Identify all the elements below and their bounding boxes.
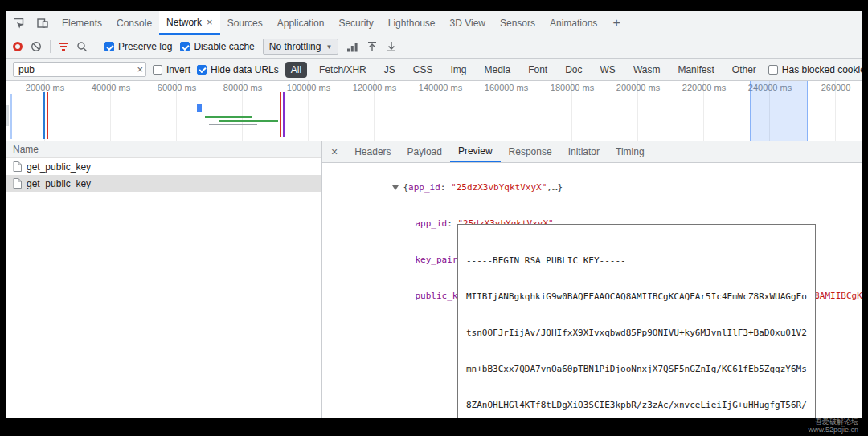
clear-network-log-icon[interactable] [31, 41, 42, 52]
has-blocked-cookies-checkbox[interactable]: Has blocked cookies [768, 64, 862, 75]
record-network-log-button[interactable] [13, 42, 23, 51]
filter-input[interactable] [13, 62, 146, 77]
type-filter-other[interactable]: Other [727, 62, 762, 78]
json-value: "25dzX3vbYqktVxyX" [451, 182, 547, 193]
tab-console[interactable]: Console [109, 11, 159, 35]
timeline-tick: 80000 ms [242, 81, 243, 141]
network-content: Name get_public_key get_public_key × Hea… [6, 141, 862, 418]
throttling-value: No throttling [269, 41, 321, 52]
invert-checkbox[interactable]: Invert [153, 64, 190, 75]
tab-label: Security [338, 18, 373, 29]
tooltip-line: -----BEGIN RSA PUBLIC KEY----- [466, 255, 807, 267]
tab-label: Application [277, 18, 325, 29]
expand-triangle-icon[interactable] [392, 185, 399, 190]
throttling-select[interactable]: No throttling ▼ [263, 39, 339, 55]
request-name: get_public_key [27, 178, 91, 189]
tab-label: Console [117, 18, 152, 29]
import-har-icon[interactable] [366, 41, 378, 52]
waterfall-activity-bar [219, 120, 278, 122]
timeline-selection-region[interactable] [750, 81, 808, 141]
json-root-node[interactable]: {app_id: "25dzX3vbYqktVxyX",…} [322, 169, 862, 206]
checkbox-checked [180, 42, 190, 51]
tab-preview[interactable]: Preview [450, 141, 501, 162]
devtools-tab-bar: Elements Console Network × Sources Appli… [6, 11, 862, 35]
export-har-icon[interactable] [386, 41, 397, 52]
devtools-window: Elements Console Network × Sources Appli… [6, 11, 862, 418]
hide-data-urls-checkbox[interactable]: Hide data URLs [197, 64, 279, 75]
watermark-line: www.52pojie.cn [808, 426, 858, 434]
type-filter-manifest[interactable]: Manifest [672, 62, 719, 78]
type-filter-ws[interactable]: WS [595, 62, 621, 78]
tab-label: 3D View [450, 18, 485, 29]
search-icon[interactable] [76, 41, 88, 52]
type-filter-js[interactable]: JS [379, 62, 401, 78]
preserve-log-label: Preserve log [118, 41, 172, 52]
tab-application[interactable]: Application [270, 11, 332, 35]
network-conditions-icon[interactable] [346, 42, 358, 52]
timeline-tick: 260000 [835, 81, 836, 141]
watermark-line: 吾爱破解论坛 [808, 418, 858, 426]
tab-label: Lighthouse [388, 18, 436, 29]
close-tab-icon[interactable]: × [207, 16, 213, 28]
name-column-header[interactable]: Name [6, 141, 321, 158]
waterfall-activity-bar [205, 116, 252, 118]
type-filter-wasm[interactable]: Wasm [628, 62, 666, 78]
tab-headers[interactable]: Headers [346, 141, 399, 162]
filter-toggle-icon[interactable] [59, 43, 68, 51]
more-tabs-button[interactable]: + [604, 11, 628, 35]
type-filter-fetch-xhr[interactable]: Fetch/XHR [313, 62, 372, 78]
chevron-down-icon: ▼ [326, 43, 332, 51]
tab-lighthouse[interactable]: Lighthouse [381, 11, 443, 35]
type-filter-media[interactable]: Media [478, 62, 516, 78]
tab-elements[interactable]: Elements [55, 11, 109, 35]
requests-pane: Name get_public_key get_public_key [6, 141, 322, 418]
details-tab-bar: × Headers Payload Preview Response Initi… [322, 141, 862, 163]
request-name: get_public_key [27, 161, 91, 173]
inspect-element-icon[interactable] [6, 11, 31, 35]
clear-filter-icon[interactable]: × [137, 63, 143, 75]
type-filter-css[interactable]: CSS [407, 62, 439, 78]
type-filter-font[interactable]: Font [522, 62, 553, 78]
waterfall-activity-bar [283, 92, 285, 137]
tab-sources[interactable]: Sources [220, 11, 270, 35]
timeline-tick: 220000 ms [703, 81, 704, 141]
request-row[interactable]: get_public_key [6, 158, 321, 175]
tab-sensors[interactable]: Sensors [493, 11, 542, 35]
checkbox-unchecked [768, 65, 778, 75]
timeline-tick: 100000 ms [308, 81, 309, 141]
disable-cache-checkbox[interactable]: Disable cache [180, 41, 254, 52]
type-filter-doc[interactable]: Doc [559, 62, 588, 78]
json-key: app_id [415, 218, 447, 229]
checkbox-unchecked [153, 65, 162, 75]
checkbox-checked [197, 65, 207, 75]
timeline-tick: 60000 ms [176, 81, 177, 141]
type-filter-all[interactable]: All [285, 62, 307, 78]
request-row-selected[interactable]: get_public_key [6, 175, 321, 192]
filter-input-wrap: × [13, 62, 146, 77]
tab-label: Sensors [500, 18, 535, 29]
close-details-icon[interactable]: × [322, 141, 346, 162]
tab-initiator[interactable]: Initiator [560, 141, 608, 162]
tab-payload[interactable]: Payload [399, 141, 450, 162]
type-filter-img[interactable]: Img [444, 62, 472, 78]
tab-label: Network [166, 17, 202, 28]
tab-label: Elements [62, 18, 102, 29]
load-event-marker [280, 92, 281, 137]
preview-panel: {app_id: "25dzX3vbYqktVxyX",…} app_id: "… [322, 163, 862, 418]
network-overview-timeline[interactable]: 20000 ms 40000 ms 60000 ms 80000 ms 1000… [6, 81, 862, 141]
device-toolbar-icon[interactable] [31, 11, 55, 35]
tab-3d-view[interactable]: 3D View [443, 11, 493, 35]
document-icon [13, 178, 22, 189]
tooltip-line: tsn0OFJrIijAv/JQHIfxX9XIvxqbwd85Pp9ONIVU… [466, 327, 807, 339]
tab-timing[interactable]: Timing [608, 141, 653, 162]
tab-security[interactable]: Security [331, 11, 380, 35]
hide-data-urls-label: Hide data URLs [211, 64, 279, 75]
tab-network[interactable]: Network × [159, 11, 220, 35]
tab-response[interactable]: Response [501, 141, 560, 162]
preserve-log-checkbox[interactable]: Preserve log [104, 41, 172, 52]
network-filter-bar: × Invert Hide data URLs All Fetch/XHR JS… [6, 59, 862, 81]
colon: : [447, 218, 457, 229]
tab-animations[interactable]: Animations [542, 11, 604, 35]
watermark: 吾爱破解论坛 www.52pojie.cn [808, 418, 858, 434]
waterfall-activity-bar [10, 94, 12, 139]
